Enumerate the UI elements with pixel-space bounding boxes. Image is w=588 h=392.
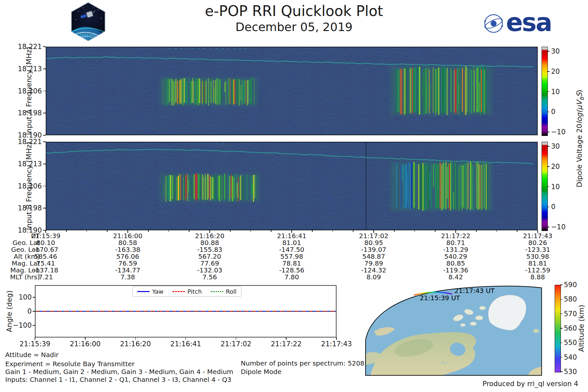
altitude-tick-label: 580 [564, 295, 577, 303]
altitude-tick-mark [560, 328, 563, 329]
ephemeris-value: -124.32 [361, 267, 386, 274]
ephemeris-value: 8.42 [449, 274, 463, 281]
angle-xtick-label: 21:17:22 [271, 340, 302, 348]
time-tick-mark [66, 230, 67, 232]
ephemeris-value: 80.71 [446, 239, 465, 246]
angle-ytick-label: 0 [6, 307, 32, 315]
time-tick-mark [87, 230, 87, 232]
altitude-tick-mark [560, 343, 563, 343]
time-tick-mark [45, 230, 46, 233]
panel-a-spectrogram [46, 47, 538, 135]
time-tick-mark [497, 230, 497, 232]
legend-item-roll: Roll [211, 288, 237, 295]
time-tick-mark [209, 230, 210, 233]
freq-tick-mark [43, 91, 46, 91]
ephemeris-value: 80.58 [118, 239, 137, 246]
ephemeris-value: 81.81 [528, 260, 547, 267]
colorbar-tick-mark [547, 91, 549, 92]
ephemeris-value: 7.80 [285, 274, 299, 281]
dipole-label-sub: B [579, 97, 585, 101]
colorbar-tick-mark [547, 207, 549, 207]
colorbar-tick-mark [547, 187, 549, 187]
legend-item-yaw: Yaw [137, 288, 163, 295]
ephemeris-value: -137.18 [33, 267, 58, 274]
freq-tick-label: 18.198 [16, 109, 42, 117]
time-tick-mark [251, 230, 251, 232]
esa-logo-text: esa [506, 8, 551, 35]
ephemeris-value: 21:17:02 [359, 233, 388, 239]
colorbar-tick-label: 30 [551, 47, 560, 55]
ephemeris-value: 540.29 [444, 253, 467, 260]
ephemeris-value: 8.09 [367, 274, 381, 281]
altitude-tick-label: 590 [564, 281, 577, 289]
time-tick-mark [127, 230, 128, 233]
legend-item-pitch: Pitch [172, 288, 202, 295]
dipole-label-italic: log(μV [575, 101, 583, 124]
ephemeris-row-label: MLT (hrs) [0, 274, 40, 281]
ephemeris-value: 530.98 [526, 253, 549, 260]
dipole-voltage-colorbar-label: Dipole Voltage 20log(μVBS) [575, 90, 585, 188]
angle-xtick-label: 21:16:20 [120, 340, 151, 348]
ephemeris-value: 8.88 [531, 274, 545, 281]
map-start-time-label: 21:15:39 UT [420, 294, 460, 302]
ephemeris-value: 548.87 [362, 253, 385, 260]
legend-label: Yaw [152, 288, 163, 295]
ephemeris-value: -139.07 [361, 246, 386, 253]
ephemeris-value: 567.20 [198, 253, 221, 260]
colorbar-tick-mark [547, 132, 549, 132]
ephemeris-value: 21:15:39 [31, 233, 60, 239]
pitch-line-sample [172, 291, 185, 292]
time-tick-mark [333, 230, 333, 232]
ephemeris-row-label: Alt (km) [0, 253, 40, 260]
altitude-tick-mark [560, 285, 563, 285]
ephemeris-value: 7.21 [39, 274, 53, 281]
ground-track-map: 21:17:43 UT 21:15:39 UT [365, 285, 542, 376]
ephemeris-row-label: Mag. Lat [0, 260, 40, 267]
colorbar-tick-label: 30 [551, 142, 560, 150]
angle-xtick-mark [85, 337, 86, 340]
ephemeris-row-label: Geo. Lat [0, 239, 40, 246]
ephemeris-row: Alt (km)585.46576.06567.20557.98548.8754… [0, 253, 588, 260]
ephemeris-value: 21:16:00 [113, 233, 142, 239]
quicklook-figure: CASSIOPE e-POP RRI Quicklook Plot Decemb… [0, 0, 588, 392]
burst [162, 173, 257, 202]
ephemeris-value: 80.10 [36, 239, 55, 246]
ephemeris-row: UT21:15:3921:16:0021:16:2021:16:4121:17:… [0, 233, 588, 239]
colorbar-tick-label: 20 [551, 163, 560, 171]
legend-label: Pitch [188, 288, 202, 295]
altitude-colorbar [555, 285, 561, 372]
ephemeris-value: 80.85 [446, 260, 465, 267]
attitude-text: Attitude = Nadir [5, 351, 58, 359]
dipole-label-prefix: Dipole Voltage 20 [575, 124, 583, 188]
colorbar-tick-mark [547, 51, 549, 52]
ephemeris-row: Mag. Lon-137.18-134.77-132.03-128.56-124… [0, 267, 588, 274]
ephemeris-value: -170.67 [33, 246, 58, 253]
altitude-tick-mark [560, 371, 563, 372]
ephemeris-value: -155.83 [197, 246, 222, 253]
freq-tick-label: 18.221 [16, 43, 42, 51]
ephemeris-value: 21:16:20 [195, 233, 224, 239]
angle-xtick-mark [35, 337, 35, 340]
dipole-label-italic2: S [575, 92, 583, 97]
map-end-time-label: 21:17:43 UT [454, 287, 495, 295]
time-tick-mark [107, 230, 107, 232]
ephemeris-value: 21:17:22 [441, 233, 470, 239]
angle-xtick-label: 21:16:41 [170, 340, 201, 348]
angle-ytick-mark [33, 325, 35, 326]
gains-text: Gain 1 - Medium, Gain 2 - Medium, Gain 3… [5, 368, 233, 376]
angle-xtick-mark [236, 337, 237, 340]
altitude-tick-mark [560, 299, 563, 300]
angle-xtick-mark [336, 337, 337, 340]
time-tick-mark [169, 230, 169, 232]
inputs-text: Inputs: Channel 1 - I1, Channel 2 - Q1, … [5, 376, 231, 384]
time-tick-mark [455, 230, 456, 233]
colorbar-tick-mark [547, 112, 549, 112]
freq-tick-label: 18.221 [16, 138, 42, 146]
angle-ytick-label: 100 [6, 293, 32, 301]
angle-legend: YawPitchRoll [132, 286, 241, 297]
angle-xtick-label: 21:15:39 [20, 340, 50, 348]
points-per-spectrum-text: Number of points per spectrum: 5208 [241, 359, 364, 367]
ephemeris-value: 79.89 [364, 260, 383, 267]
angle-ytick-mark [33, 297, 35, 298]
freq-tick-mark [43, 208, 46, 208]
